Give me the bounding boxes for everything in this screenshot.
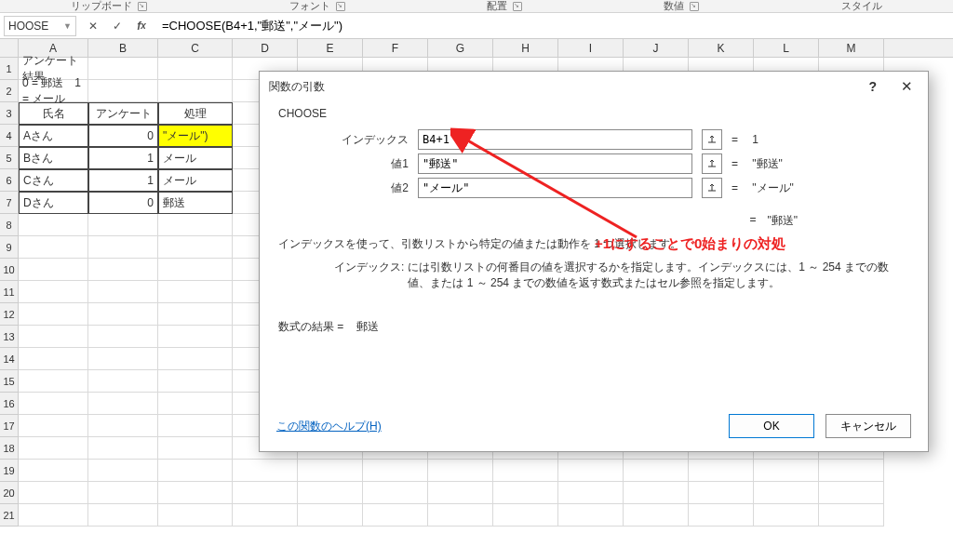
column-header[interactable]: L [754,39,819,57]
collapse-dialog-icon[interactable] [702,129,722,150]
cancel-button[interactable]: キャンセル [825,414,911,438]
cell[interactable] [88,326,158,348]
cell[interactable] [624,504,689,527]
cell[interactable] [88,482,158,504]
column-header[interactable]: D [233,39,298,57]
cell[interactable] [19,415,88,437]
cell[interactable] [88,504,158,527]
cell[interactable] [88,393,158,415]
cell[interactable] [158,370,233,393]
column-header[interactable]: G [428,39,493,57]
name-box[interactable]: HOOSE ▼ [4,16,76,36]
dialog-launcher-icon[interactable] [336,2,345,11]
cell[interactable] [233,460,298,482]
cancel-formula-button[interactable]: ✕ [86,19,101,33]
cell[interactable] [158,58,233,80]
dialog-launcher-icon[interactable] [138,2,147,11]
cell[interactable] [689,460,754,482]
cell[interactable] [88,259,158,281]
cell[interactable]: 0 = 郵送 1 = メール [19,80,88,102]
cell[interactable] [158,303,233,326]
row-header[interactable]: 19 [0,460,19,482]
cell[interactable] [428,482,493,504]
cell[interactable] [88,214,158,236]
row-header[interactable]: 10 [0,259,19,281]
cell[interactable] [158,504,233,527]
cell[interactable]: 0 [88,192,158,214]
cell[interactable]: メール [158,169,233,192]
row-header[interactable]: 6 [0,169,19,192]
cell[interactable] [88,80,158,102]
collapse-dialog-icon[interactable] [702,153,722,174]
column-header[interactable]: K [689,39,754,57]
cell[interactable] [158,437,233,460]
row-header[interactable]: 11 [0,281,19,303]
cell[interactable] [624,482,689,504]
ok-button[interactable]: OK [729,414,814,438]
row-header[interactable]: 4 [0,125,19,147]
column-header[interactable]: F [363,39,428,57]
cell[interactable] [428,504,493,527]
row-header[interactable]: 5 [0,147,19,169]
close-icon[interactable]: ✕ [895,78,919,95]
cell[interactable] [363,482,428,504]
cell[interactable] [158,348,233,370]
cell[interactable] [493,504,558,527]
cell[interactable]: Cさん [19,169,88,192]
cell[interactable] [88,415,158,437]
cell[interactable] [363,504,428,527]
column-header[interactable]: E [298,39,363,57]
formula-input[interactable]: =CHOOSE(B4+1,"郵送","メール") [158,16,953,36]
cell[interactable]: Aさん [19,125,88,147]
row-header[interactable]: 7 [0,192,19,214]
cell[interactable]: アンケート [88,102,158,125]
cell[interactable] [363,460,428,482]
cell[interactable] [158,460,233,482]
column-header[interactable]: H [493,39,558,57]
cell[interactable] [158,281,233,303]
cell[interactable]: 1 [88,147,158,169]
cell[interactable] [428,460,493,482]
cell[interactable] [298,504,363,527]
cell[interactable]: 処理 [158,102,233,125]
row-header[interactable]: 20 [0,482,19,504]
row-header[interactable]: 13 [0,326,19,348]
insert-function-button[interactable]: fx [134,19,149,33]
cell[interactable] [19,348,88,370]
cell[interactable] [19,504,88,527]
cell[interactable] [819,460,884,482]
cell[interactable] [493,460,558,482]
row-header[interactable]: 16 [0,393,19,415]
cell[interactable]: メール [158,147,233,169]
column-header[interactable]: B [88,39,158,57]
cell[interactable] [19,460,88,482]
row-header[interactable]: 8 [0,214,19,236]
column-header[interactable]: C [158,39,233,57]
cell[interactable] [19,326,88,348]
cell[interactable]: Dさん [19,192,88,214]
column-header[interactable]: M [819,39,884,57]
help-icon[interactable]: ? [868,79,877,94]
row-header[interactable]: 15 [0,370,19,393]
cell[interactable] [88,370,158,393]
cell[interactable]: Bさん [19,147,88,169]
cell[interactable]: "メール") [158,125,233,147]
cell[interactable] [819,504,884,527]
cell[interactable] [298,482,363,504]
cell[interactable] [19,393,88,415]
enter-formula-button[interactable]: ✓ [110,19,125,33]
dialog-launcher-icon[interactable] [690,2,699,11]
cell[interactable] [558,460,624,482]
function-help-link[interactable]: この関数のヘルプ(H) [276,419,382,434]
cell[interactable] [88,236,158,259]
cell[interactable] [19,437,88,460]
cell[interactable] [88,460,158,482]
cell[interactable] [754,504,819,527]
cell[interactable] [88,437,158,460]
cell[interactable] [624,460,689,482]
cell[interactable] [158,415,233,437]
cell[interactable] [19,281,88,303]
row-header[interactable]: 3 [0,102,19,125]
row-header[interactable]: 9 [0,236,19,259]
cell[interactable] [158,259,233,281]
